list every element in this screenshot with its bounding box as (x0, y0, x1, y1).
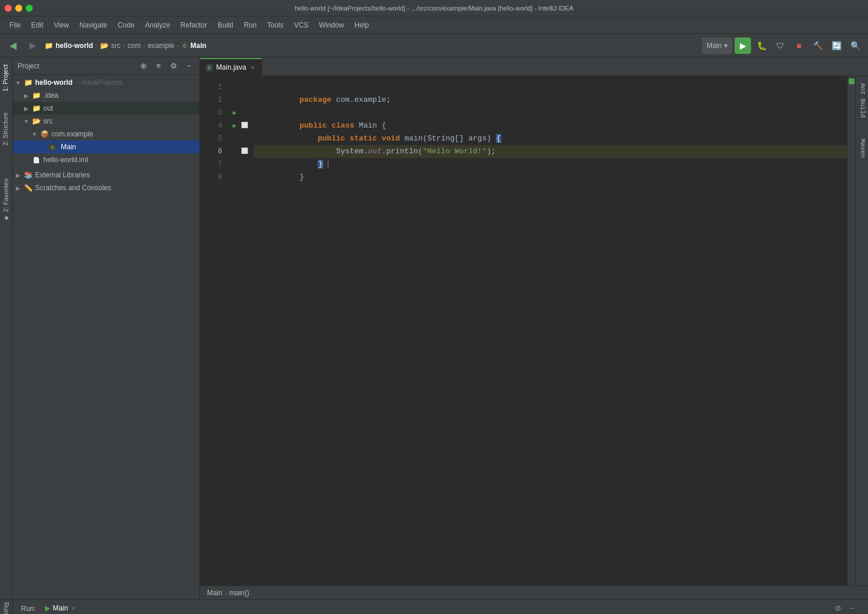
collapse-all-button[interactable]: ≡ (153, 60, 164, 72)
right-panel-tabs: Ant Build Maven (855, 76, 868, 585)
tree-idea[interactable]: ▶ 📁 .idea (13, 89, 199, 102)
project-panel: Project ⊕ ≡ ⚙ − ▼ 📁 hello-world ~/IdeaPr… (13, 57, 200, 599)
menu-code[interactable]: Code (113, 19, 139, 32)
coverage-button[interactable]: 🛡 (772, 37, 788, 54)
nav-back-button[interactable]: ◀ (5, 37, 21, 54)
tab-close-button[interactable]: × (250, 63, 256, 71)
run-settings-btn[interactable]: ⚙ (832, 602, 845, 615)
sep4: › (177, 42, 179, 50)
ln-8: 8 (200, 171, 229, 184)
menu-edit[interactable]: Edit (26, 19, 48, 32)
maven-tab[interactable]: Maven (856, 134, 868, 163)
fold-4-icon[interactable]: ⬜ (241, 119, 248, 132)
run-line3-icon[interactable]: ▶ (233, 107, 237, 119)
menu-view[interactable]: View (49, 19, 74, 32)
maximize-button[interactable] (26, 5, 33, 12)
window-controls[interactable] (5, 5, 33, 12)
fold-6[interactable]: ⬜ (240, 145, 249, 158)
kw-public2: public (318, 134, 345, 143)
tree-package[interactable]: ▼ 📦 com.example (13, 128, 199, 140)
sidebar-tab-structure[interactable]: 2: Structure (0, 108, 12, 150)
ln-4: 4 (200, 119, 229, 132)
menu-vcs[interactable]: VCS (290, 19, 314, 32)
tree-scratches[interactable]: ▶ ✏️ Scratches and Consoles (13, 181, 199, 194)
kw-public1: public (299, 121, 327, 130)
code-editor[interactable]: 1 2 3 4 5 6 7 8 ▶ ▶ (200, 76, 868, 585)
ant-build-tab[interactable]: Ant Build (856, 78, 868, 122)
tree-package-label: com.example (51, 130, 93, 138)
nav-forward-button[interactable]: ▶ (25, 37, 41, 54)
fold-7 (240, 158, 249, 171)
debug-button[interactable]: 🐛 (753, 37, 770, 54)
menu-navigate[interactable]: Navigate (75, 19, 112, 32)
tab-name: Main.java (216, 63, 246, 71)
breadcrumb-project[interactable]: hello-world (56, 42, 93, 50)
sidebar-tab-favorites[interactable]: ★ 2: Favorites (0, 174, 12, 227)
run-panel-side-label: Run (0, 600, 13, 614)
stop-button[interactable]: ■ (791, 37, 807, 54)
editor-breadcrumb-bottom: Main › main() (200, 585, 868, 599)
ln-1: 1 (200, 81, 229, 94)
run-tab-main[interactable]: ▶ Main × (40, 602, 81, 615)
menu-file[interactable]: File (5, 19, 25, 32)
search-everywhere-button[interactable]: 🔍 (847, 37, 863, 54)
code-pkg: com.example; (332, 95, 391, 104)
tree-iml[interactable]: ▶ 📄 hello-world.iml (13, 153, 199, 166)
menu-analyze[interactable]: Analyze (140, 19, 175, 32)
tree-root-path: ~/IdeaProjects (77, 78, 122, 87)
run-minimize-btn[interactable]: − (846, 602, 859, 615)
idea-folder-icon: 📁 (32, 91, 41, 100)
fold-4[interactable]: ⬜ (240, 119, 249, 132)
menu-help[interactable]: Help (350, 19, 374, 32)
tree-extlibs-label: External Libraries (35, 171, 89, 179)
run-gutter-3[interactable]: ▶ (229, 107, 240, 119)
fold-6-icon[interactable]: ⬜ (241, 145, 248, 158)
tree-external-libs[interactable]: ▶ 📚 External Libraries (13, 169, 199, 181)
window-title: hello-world [~/IdeaProjects/hello-world]… (295, 5, 574, 12)
run-panel: Run Run: ▶ Main × ⚙ − ▶ ↑ ■ ↓ Hello Worl… (0, 599, 868, 614)
editor-tab-main[interactable]: c Main.java × (200, 58, 262, 76)
menu-run[interactable]: Run (239, 19, 261, 32)
breadcrumb-com[interactable]: com (128, 42, 141, 50)
menu-bar: File Edit View Navigate Code Analyze Ref… (0, 16, 868, 34)
fold-3 (240, 107, 249, 119)
menu-window[interactable]: Window (314, 19, 349, 32)
breadcrumb-example[interactable]: example (148, 42, 174, 50)
code-line-8 (254, 171, 847, 184)
code-content[interactable]: package com.example; public class Main {… (249, 76, 847, 585)
code-out: out (368, 147, 381, 156)
menu-build[interactable]: Build (213, 19, 238, 32)
main-area: 1: Project 2: Structure ★ 2: Favorites P… (0, 57, 868, 599)
breadcrumb-src[interactable]: src (111, 42, 120, 50)
project-tree: ▼ 📁 hello-world ~/IdeaProjects ▶ 📁 .idea… (13, 75, 199, 599)
tree-main-label: Main (61, 143, 76, 151)
minimize-button[interactable] (15, 5, 22, 12)
run-button[interactable]: ▶ (735, 37, 751, 54)
run-tab-close[interactable]: × (70, 604, 76, 612)
tree-main-java[interactable]: ▶ c Main (13, 140, 199, 153)
code-line-3: public class Main { (254, 107, 847, 119)
menu-refactor[interactable]: Refactor (176, 19, 212, 32)
panel-settings-button[interactable]: ⚙ (168, 60, 180, 72)
code-println: .println( (381, 147, 422, 156)
close-button[interactable] (5, 5, 12, 12)
panel-close-button[interactable]: − (183, 60, 195, 72)
line-numbers: 1 2 3 4 5 6 7 8 (200, 76, 229, 585)
sidebar-tab-project[interactable]: 1: Project (0, 60, 12, 96)
tab-java-icon: c (206, 64, 213, 71)
close-brace-highlight: } (318, 160, 323, 169)
sep2: › (123, 42, 125, 50)
editor-area: c Main.java × 1 2 3 4 5 6 7 8 (200, 57, 868, 599)
sync-button[interactable]: 🔄 (828, 37, 845, 54)
run-gutter-4[interactable]: ▶ (229, 119, 240, 132)
tree-root[interactable]: ▼ 📁 hello-world ~/IdeaProjects (13, 76, 199, 89)
locate-file-button[interactable]: ⊕ (137, 60, 149, 72)
run-config-selector[interactable]: Main ▾ (702, 37, 732, 54)
run-panel-tools: ⚙ − (832, 602, 863, 615)
run-line4-icon[interactable]: ▶ (233, 119, 237, 132)
breadcrumb-main[interactable]: Main (191, 42, 206, 50)
menu-tools[interactable]: Tools (263, 19, 288, 32)
tree-src[interactable]: ▼ 📂 src (13, 115, 199, 128)
build-project-button[interactable]: 🔨 (810, 37, 826, 54)
tree-out[interactable]: ▶ 📁 out (13, 102, 199, 115)
